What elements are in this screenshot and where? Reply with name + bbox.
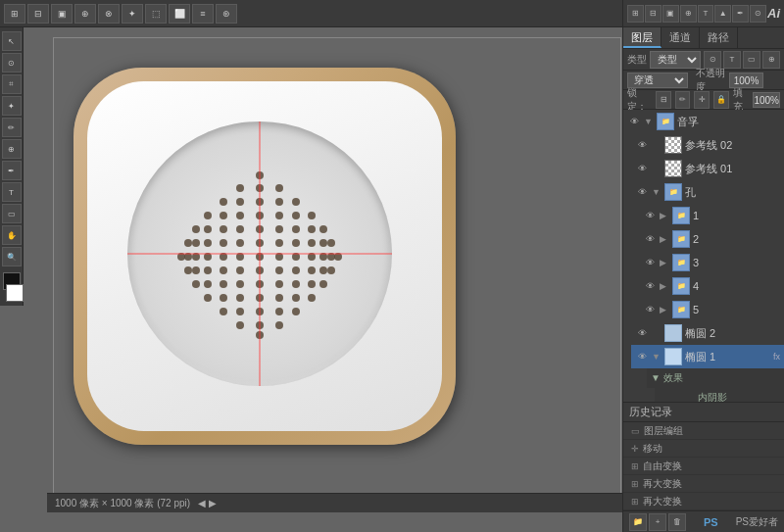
fx-badge: fx [773,352,780,362]
background-color[interactable] [6,284,24,302]
eye-icon-kong[interactable]: 👁 [635,185,649,199]
panel-btn-5[interactable]: T [698,5,714,23]
toolbar-btn-9[interactable]: ≡ [192,4,214,24]
history-header[interactable]: 历史记录 [623,403,784,422]
eye-icon-3[interactable]: 👁 [643,256,657,269]
status-doc-info: 1000 像素 × 1000 像素 (72 ppi) [55,497,190,510]
svg-point-29 [220,239,227,247]
expand-1[interactable]: ▶ [660,211,669,220]
fill-value[interactable]: 100% [753,92,780,108]
layer-item-2[interactable]: 👁 ▶ 📁 2 [639,227,784,251]
expand-5[interactable]: ▶ [660,305,669,314]
eye-icon-2[interactable]: 👁 [643,232,657,246]
tool-hand[interactable]: ✋ [2,225,22,245]
layer-item-4[interactable]: 👁 ▶ 📁 4 [639,274,784,298]
tab-paths[interactable]: 路径 [700,27,738,48]
toolbar-btn-10[interactable]: ⊛ [216,4,237,24]
new-group-btn[interactable]: 📁 [629,513,647,531]
lock-position-btn[interactable]: ✛ [694,91,710,109]
svg-point-62 [204,280,212,288]
tool-crop[interactable]: ⌗ [2,74,22,94]
layer-name-3: 3 [693,257,780,268]
toolbar-btn-4[interactable]: ⊕ [74,4,96,24]
layer-item-1[interactable]: 👁 ▶ 📁 1 [639,204,784,227]
delete-layer-btn[interactable]: 🗑 [668,513,686,531]
layer-item-3[interactable]: 👁 ▶ 📁 3 [639,251,784,274]
tool-type[interactable]: T [2,182,22,202]
expand-4[interactable]: ▶ [660,281,669,291]
ai-label: Ai [767,6,780,21]
eye-icon-shape1[interactable]: 👁 [635,350,649,363]
toolbar-btn-2[interactable]: ⊟ [27,4,49,24]
new-layer-btn[interactable]: + [649,513,666,531]
lock-pixels-btn[interactable]: ✏ [675,91,691,109]
lock-all-btn[interactable]: 🔒 [713,91,729,109]
expand-yinfu[interactable]: ▼ [644,117,654,126]
ps-watermark: PS [704,516,718,528]
tool-shape[interactable]: ▭ [2,204,22,223]
tab-channels[interactable]: 通道 [662,27,700,48]
history-item-3[interactable]: ⊞ 再大变换 [623,475,784,493]
tool-pen[interactable]: ✒ [2,161,22,180]
history-item-4[interactable]: ⊞ 再大变换 [623,493,784,510]
toolbar-btn-7[interactable]: ⬚ [145,4,167,24]
layer-item-ref02[interactable]: 👁 参考线 02 [631,133,784,157]
lock-transparent-btn[interactable]: ⊟ [656,91,671,109]
doc-content [54,38,620,497]
filter-btn-4[interactable]: ⊕ [762,51,780,69]
panel-btn-3[interactable]: ▣ [662,5,679,23]
expand-3[interactable]: ▶ [660,258,669,267]
svg-point-30 [236,239,244,247]
filter-select[interactable]: 类型 [650,51,701,69]
toolbar-btn-8[interactable]: ⬜ [169,4,190,24]
eye-icon-yinfu[interactable]: 👁 [627,115,641,128]
layer-item-shape2[interactable]: 👁 椭圆 2 [631,321,784,345]
panel-btn-7[interactable]: ✒ [732,5,749,23]
svg-point-52 [204,266,212,274]
panel-btn-8[interactable]: ⊙ [750,5,766,23]
toolbar-btn-3[interactable]: ▣ [51,4,73,24]
svg-point-70 [204,294,212,302]
eye-icon-shape2[interactable]: 👁 [635,326,649,340]
tool-heal[interactable]: ✦ [2,96,22,116]
effects-header[interactable]: ▼ 效果 [647,368,784,388]
inner-shadow-label: 内阴影 [698,391,727,402]
expand-2[interactable]: ▶ [660,234,669,244]
toolbar-btn-1[interactable]: ⊞ [4,4,25,24]
layer-item-5[interactable]: 👁 ▶ 📁 5 [639,298,784,321]
eye-icon-ref02[interactable]: 👁 [635,138,649,152]
eye-icon-ref01[interactable]: 👁 [635,162,649,175]
status-nav[interactable]: ◀ ▶ [198,498,217,508]
history-item-2[interactable]: ⊞ 自由变换 [623,458,784,475]
hist-icon-0: ▭ [631,426,640,436]
tool-lasso[interactable]: ⊙ [2,53,22,73]
svg-point-64 [236,280,244,288]
tool-clone[interactable]: ⊕ [2,139,22,159]
layer-item-yinfu[interactable]: 👁 ▼ 📁 音孚 [623,110,784,133]
history-item-1[interactable]: ✛ 移动 [623,440,784,458]
layer-name-ref01: 参考线 01 [685,162,780,176]
toolbar-btn-5[interactable]: ⊗ [98,4,120,24]
panel-btn-4[interactable]: ⊕ [680,5,697,23]
expand-shape1[interactable]: ▼ [652,352,662,362]
tool-zoom[interactable]: 🔍 [2,247,22,266]
thumb-5: 📁 [672,301,690,318]
panel-btn-6[interactable]: ▲ [714,5,731,23]
panel-btn-2[interactable]: ⊟ [645,5,662,23]
layer-item-shape1[interactable]: 👁 ▼ 椭圆 1 fx [631,345,784,368]
filter-btn-2[interactable]: T [723,51,741,69]
tool-select[interactable]: ↖ [2,31,22,51]
eye-icon-5[interactable]: 👁 [643,303,657,316]
effect-inner-shadow-item[interactable]: 内阴影 [655,388,784,402]
history-item-0[interactable]: ▭ 图层编组 [623,422,784,440]
toolbar-btn-6[interactable]: ✦ [122,4,143,24]
tab-layers[interactable]: 图层 [623,27,662,48]
eye-icon-4[interactable]: 👁 [643,279,657,293]
eye-icon-1[interactable]: 👁 [643,209,657,222]
layer-item-ref01[interactable]: 👁 参考线 01 [631,157,784,180]
expand-kong[interactable]: ▼ [652,187,662,197]
panel-btn-1[interactable]: ⊞ [627,5,644,23]
filter-btn-3[interactable]: ▭ [743,51,760,69]
tool-brush[interactable]: ✏ [2,118,22,137]
layer-item-kong[interactable]: 👁 ▼ 📁 孔 [631,180,784,204]
